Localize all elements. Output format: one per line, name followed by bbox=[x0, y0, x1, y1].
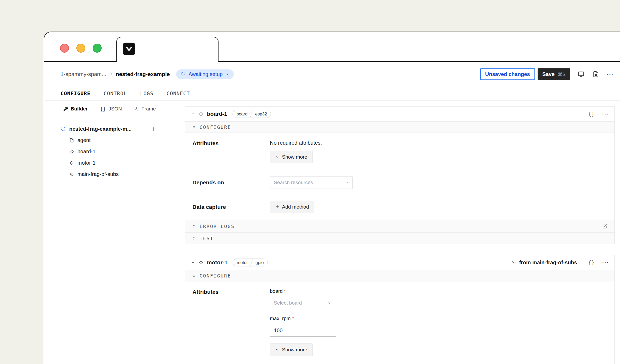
depends-on-select[interactable]: Search resources bbox=[270, 176, 353, 189]
machine-status-badge[interactable]: Awaiting setup bbox=[176, 69, 234, 79]
tree-root-machine[interactable]: nested-frag-example-m... + bbox=[61, 123, 165, 135]
window-minimize-button[interactable] bbox=[76, 44, 85, 53]
breadcrumb-parent[interactable]: 1-spammy-spam... bbox=[61, 71, 106, 77]
machine-document-button[interactable] bbox=[592, 70, 600, 78]
braces-icon: {} bbox=[100, 106, 106, 112]
max-rpm-input[interactable] bbox=[270, 324, 336, 337]
wrench-icon bbox=[63, 107, 68, 111]
tree-item-board-1[interactable]: board-1 bbox=[61, 146, 165, 157]
mode-frame-label: Frame bbox=[141, 106, 156, 112]
board-select[interactable]: Select board bbox=[270, 297, 335, 309]
more-menu-button[interactable]: ⋯ bbox=[607, 71, 613, 78]
collapse-chevron-icon[interactable] bbox=[191, 260, 195, 265]
configure-section-header[interactable]: CONFIGURE bbox=[185, 270, 614, 281]
unsaved-changes-label: Unsaved changes bbox=[485, 71, 530, 77]
edit-json-button[interactable]: {} bbox=[588, 111, 594, 117]
chevron-down-icon bbox=[345, 181, 349, 185]
depends-on-placeholder: Search resources bbox=[274, 180, 313, 185]
save-shortcut: ⌘S bbox=[558, 72, 566, 77]
card-actions: {} ⋯ bbox=[588, 110, 609, 117]
machine-monitor-button[interactable] bbox=[577, 70, 585, 78]
fragment-icon bbox=[70, 172, 74, 176]
test-section-header[interactable]: TEST bbox=[185, 232, 614, 244]
tree-item-motor-1[interactable]: motor-1 bbox=[61, 157, 165, 169]
data-capture-label: Data capture bbox=[192, 204, 270, 210]
resource-card-motor-1: motor-1 motor gpio from main-frag-of-sub… bbox=[185, 255, 615, 364]
window-zoom-button[interactable] bbox=[93, 44, 102, 53]
fragment-source: from main-frag-of-subs bbox=[511, 260, 577, 266]
mode-frame[interactable]: Frame bbox=[134, 106, 156, 112]
viam-logo bbox=[123, 43, 135, 55]
tree-item-main-frag-of-subs[interactable]: main-frag-of-subs bbox=[61, 169, 165, 180]
tag-model: gpio bbox=[252, 259, 267, 266]
attributes-row: Attributes No required attributes. Show … bbox=[185, 133, 614, 171]
breadcrumb: 1-spammy-spam... › nested-frag-example bbox=[61, 70, 170, 78]
error-logs-section-header[interactable]: ERROR LOGS bbox=[185, 220, 614, 232]
save-button[interactable]: Save ⌘S bbox=[538, 68, 570, 80]
tab-logs[interactable]: LOGS bbox=[140, 90, 153, 96]
no-attributes-text: No required attributes. bbox=[270, 140, 322, 146]
tag-type: board bbox=[233, 110, 251, 118]
field-label-board: board* bbox=[270, 288, 286, 294]
tab-control[interactable]: CONTROL bbox=[104, 90, 127, 96]
machine-topbar: 1-spammy-spam... › nested-frag-example A… bbox=[44, 62, 620, 87]
show-more-label: Show more bbox=[282, 347, 307, 353]
awaiting-spinner-icon bbox=[180, 72, 186, 77]
tree-item-label: agent bbox=[77, 137, 91, 143]
unfold-icon bbox=[192, 236, 196, 240]
tree-item-label: board-1 bbox=[77, 149, 96, 155]
section-label: TEST bbox=[200, 236, 214, 241]
fragment-source-label: from main-frag-of-subs bbox=[519, 260, 577, 266]
attributes-label: Attributes bbox=[192, 288, 270, 356]
component-diamond-icon bbox=[199, 260, 203, 265]
configure-sidebar: Builder {} JSON Frame nested-frag-exampl… bbox=[44, 100, 165, 364]
show-more-label: Show more bbox=[282, 154, 307, 160]
card-header: motor-1 motor gpio from main-frag-of-sub… bbox=[185, 255, 614, 270]
add-method-button[interactable]: + Add method bbox=[270, 201, 314, 213]
awaiting-machine-icon bbox=[61, 126, 66, 132]
section-label: ERROR LOGS bbox=[200, 224, 235, 229]
component-diamond-icon bbox=[70, 161, 74, 165]
collapse-chevron-icon[interactable] bbox=[191, 112, 195, 116]
tree-item-label: main-frag-of-subs bbox=[77, 171, 119, 177]
mode-json-label: JSON bbox=[108, 106, 122, 112]
window-close-button[interactable] bbox=[60, 44, 69, 53]
mode-builder[interactable]: Builder bbox=[63, 106, 88, 112]
status-badge-label: Awaiting setup bbox=[189, 71, 223, 77]
monitor-icon bbox=[578, 71, 584, 78]
tag-model: esp32 bbox=[251, 110, 271, 118]
show-more-button[interactable]: Show more bbox=[270, 343, 313, 356]
depends-on-label: Depends on bbox=[192, 179, 270, 186]
save-group: Unsaved changes Save ⌘S bbox=[480, 68, 570, 80]
mode-builder-label: Builder bbox=[71, 106, 88, 112]
resource-type-tags: board esp32 bbox=[232, 110, 271, 118]
attributes-label: Attributes bbox=[192, 140, 270, 163]
edit-json-button[interactable]: {} bbox=[588, 259, 594, 266]
window-controls bbox=[60, 44, 102, 53]
configure-section-header[interactable]: CONFIGURE bbox=[185, 121, 614, 133]
card-more-menu-button[interactable]: ⋯ bbox=[602, 259, 609, 266]
unsaved-changes-button[interactable]: Unsaved changes bbox=[480, 68, 535, 80]
show-more-button[interactable]: Show more bbox=[270, 151, 313, 163]
app-root: 1-spammy-spam... › nested-frag-example A… bbox=[44, 62, 620, 364]
fragment-icon bbox=[511, 260, 516, 265]
attributes-row: Attributes board* Select board max_rpm* bbox=[185, 281, 614, 364]
topbar-actions: Unsaved changes Save ⌘S ⋯ bbox=[480, 68, 613, 80]
mode-json[interactable]: {} JSON bbox=[100, 106, 122, 112]
tree-item-agent[interactable]: agent bbox=[61, 135, 165, 146]
add-resource-button[interactable]: + bbox=[152, 125, 156, 133]
tab-connect[interactable]: CONNECT bbox=[167, 90, 190, 96]
plus-icon: + bbox=[275, 204, 279, 210]
chevron-down-icon bbox=[327, 301, 331, 305]
card-more-menu-button[interactable]: ⋯ bbox=[602, 110, 609, 117]
sidebar-mode-switcher: Builder {} JSON Frame bbox=[44, 100, 165, 117]
external-link-icon[interactable] bbox=[602, 224, 608, 229]
frame-axes-icon bbox=[134, 107, 139, 111]
browser-tab[interactable] bbox=[116, 37, 219, 62]
card-title: board-1 bbox=[207, 111, 227, 117]
card-title: motor-1 bbox=[207, 259, 227, 266]
tab-configure[interactable]: CONFIGURE bbox=[61, 90, 91, 96]
resource-tree: nested-frag-example-m... + agent board-1… bbox=[44, 117, 165, 180]
document-icon bbox=[593, 71, 599, 77]
resource-type-tags: motor gpio bbox=[233, 259, 267, 266]
